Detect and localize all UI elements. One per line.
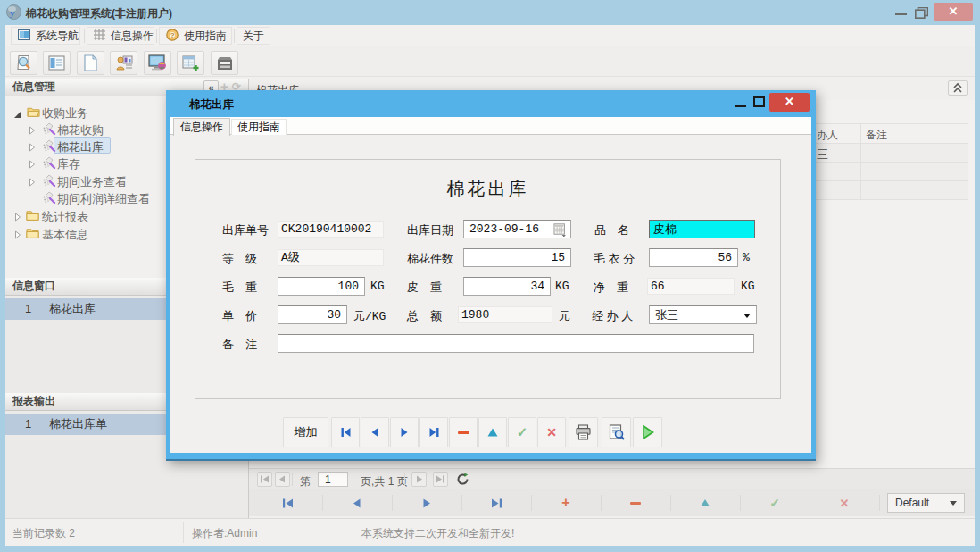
grid-header-remark[interactable]: 备注 — [866, 128, 887, 143]
print-preview-button[interactable] — [602, 417, 631, 447]
navigator-first-button[interactable] — [279, 495, 295, 511]
business-item-icon — [43, 156, 56, 172]
menu-item-system-nav[interactable]: 系统导航 — [11, 27, 80, 45]
calendar-icon[interactable] — [553, 223, 567, 242]
menu-item-info-ops[interactable]: 信息操作 — [87, 27, 154, 45]
list-item-index: 1 — [25, 298, 31, 320]
pager-next-button[interactable] — [411, 472, 427, 487]
tare-field[interactable]: 34 — [463, 277, 551, 296]
info-window-caption-label: 信息窗口 — [12, 280, 55, 292]
status-separator — [183, 522, 184, 543]
collapse-all-button[interactable] — [948, 80, 968, 96]
record-post-button[interactable]: ✓ — [508, 417, 536, 447]
unit-price-field[interactable]: 30 — [278, 305, 347, 324]
pager-page-input[interactable]: 1 — [318, 472, 348, 487]
remark-field[interactable] — [278, 334, 754, 353]
grid-cell-handler[interactable]: 三 — [817, 146, 828, 163]
handler-combo[interactable]: 张三 — [649, 305, 757, 324]
field-label-lint-pct: 毛 衣 分 — [594, 251, 635, 267]
toolbar-window-button[interactable] — [211, 51, 238, 75]
total-field: 1980 — [458, 306, 552, 323]
menu-item-label: 系统导航 — [36, 29, 79, 44]
outbound-dialog: 棉花出库 ✕ 信息操作 使用指南 棉花出库 出库单号 CK20190410002… — [166, 90, 816, 461]
toolbar-new-document-button[interactable] — [77, 51, 104, 75]
dialog-tab-info-ops[interactable]: 信息操作 — [173, 118, 230, 136]
tree-collapsed-icon[interactable] — [29, 141, 36, 155]
packages-field[interactable]: 15 — [463, 248, 571, 267]
preset-combo[interactable]: Default — [887, 493, 965, 513]
list-item-label: 棉花出库单 — [49, 414, 107, 435]
minus-icon — [458, 431, 469, 434]
pager-refresh-button[interactable] — [455, 472, 470, 487]
grid-right-edge — [968, 123, 968, 467]
tree-collapsed-icon[interactable] — [29, 176, 36, 189]
navigator-edit-button[interactable] — [697, 495, 713, 511]
navigator-cancel-button[interactable]: ✕ — [836, 495, 852, 511]
last-page-icon — [436, 475, 445, 483]
prev-record-icon — [353, 498, 361, 508]
dialog-minimize-button[interactable] — [735, 105, 746, 107]
navigator-post-button[interactable]: ✓ — [767, 495, 783, 511]
refresh-icon — [456, 473, 469, 486]
product-field[interactable]: 皮棉 — [649, 220, 755, 238]
dialog-maximize-button[interactable] — [753, 96, 765, 107]
tree-collapsed-icon[interactable] — [29, 124, 36, 138]
toolbar-export-button[interactable] — [177, 51, 204, 75]
minus-icon — [630, 502, 641, 505]
toolbar-report-button[interactable] — [43, 51, 71, 75]
date-field[interactable]: 2023-09-16 — [463, 220, 571, 238]
add-button[interactable]: 增加 — [283, 417, 328, 447]
close-button[interactable]: ✕ — [934, 3, 973, 21]
pager-page-prefix: 第 — [300, 474, 311, 489]
prev-record-icon — [370, 427, 379, 438]
bottom-navigator: + ✓ ✕ Default — [249, 489, 975, 516]
gross-field[interactable]: 100 — [278, 277, 365, 296]
record-cancel-button[interactable]: ✕ — [537, 417, 566, 447]
pager-first-button[interactable] — [257, 472, 272, 487]
menu-item-user-guide[interactable]: ? 使用指南 — [159, 27, 232, 45]
minimize-button[interactable] — [895, 13, 907, 15]
chevron-down-icon — [950, 501, 957, 506]
menu-item-about[interactable]: 关于 — [237, 27, 270, 45]
tree-collapsed-icon[interactable] — [14, 211, 21, 224]
navigator-next-button[interactable] — [419, 495, 435, 511]
menu-separator — [84, 29, 85, 43]
navigator-delete-button[interactable] — [627, 495, 644, 511]
run-report-button[interactable] — [633, 417, 662, 447]
tree-expanded-icon[interactable] — [13, 108, 21, 121]
status-record-count: 当前记录数 2 — [12, 526, 75, 541]
field-label-remark: 备 注 — [222, 337, 257, 353]
dialog-tab-user-guide[interactable]: 使用指南 — [231, 119, 287, 135]
toolbar-monitor-button[interactable] — [144, 51, 171, 75]
record-delete-button[interactable] — [449, 417, 478, 447]
grid-header-handler[interactable]: 办人 — [817, 128, 838, 143]
toolbar-operator-button[interactable] — [110, 51, 137, 75]
record-next-button[interactable] — [390, 417, 419, 447]
toolbar-preview-button[interactable] — [10, 51, 37, 75]
record-last-button[interactable] — [419, 417, 448, 447]
print-preview-icon — [609, 424, 625, 440]
grid-dots-icon — [94, 29, 105, 43]
record-prev-button[interactable] — [361, 417, 389, 447]
lint-pct-field[interactable]: 56 — [649, 248, 738, 267]
next-record-icon — [422, 498, 431, 508]
pager-prev-button[interactable] — [275, 472, 290, 487]
status-bar: 当前记录数 2 操作者:Admin 本系统支持二次开发和全新开发! — [5, 518, 975, 546]
field-label-gross: 毛 重 — [222, 280, 257, 296]
pager-separator — [292, 473, 293, 486]
pager-last-button[interactable] — [433, 472, 448, 487]
svg-text:y: y — [10, 7, 15, 18]
record-edit-button[interactable] — [478, 417, 507, 447]
restore-button[interactable] — [915, 6, 928, 18]
field-label-order-no: 出库单号 — [222, 222, 269, 238]
navigator-prev-button[interactable] — [349, 495, 365, 511]
dialog-close-button[interactable]: ✕ — [769, 93, 810, 112]
print-button[interactable] — [569, 417, 598, 447]
navigator-last-button[interactable] — [488, 495, 504, 511]
navigator-add-button[interactable]: + — [558, 495, 574, 511]
record-first-button[interactable] — [331, 417, 360, 447]
dialog-frame: 信息操作 使用指南 棉花出库 出库单号 CK20190410002 出库日期 2… — [170, 117, 811, 453]
tree-collapsed-icon[interactable] — [29, 158, 36, 171]
list-item-label: 棉花出库 — [49, 298, 96, 320]
tree-collapsed-icon[interactable] — [14, 229, 21, 242]
